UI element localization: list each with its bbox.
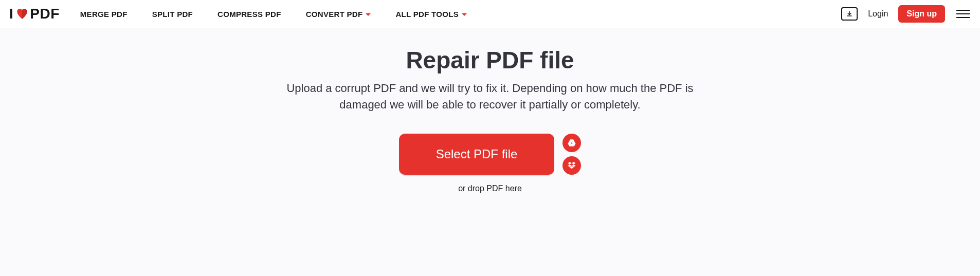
google-drive-icon (567, 138, 576, 148)
dropbox-icon (567, 161, 576, 170)
login-link[interactable]: Login (868, 9, 888, 19)
dropbox-button[interactable] (562, 156, 581, 175)
heart-icon (15, 7, 29, 21)
upload-area: Select PDF file (399, 134, 582, 175)
chevron-down-icon (366, 13, 371, 16)
signup-button[interactable]: Sign up (898, 5, 945, 23)
page-title: Repair PDF file (0, 46, 980, 74)
logo[interactable]: I PDF (9, 6, 60, 22)
hamburger-line (956, 13, 970, 14)
navbar: I PDF MERGE PDF SPLIT PDF COMPRESS PDF C… (0, 0, 980, 28)
drop-hint: or drop PDF here (0, 184, 980, 193)
nav-links: MERGE PDF SPLIT PDF COMPRESS PDF CONVERT… (80, 10, 467, 19)
nav-convert-label: CONVERT PDF (306, 10, 363, 19)
select-file-button[interactable]: Select PDF file (399, 134, 555, 175)
nav-convert[interactable]: CONVERT PDF (306, 10, 371, 19)
nav-merge[interactable]: MERGE PDF (80, 10, 128, 19)
download-icon (846, 10, 853, 17)
logo-text: I PDF (9, 6, 60, 22)
main-content: Repair PDF file Upload a corrupt PDF and… (0, 28, 980, 193)
logo-prefix: I (9, 6, 13, 22)
menu-button[interactable] (955, 9, 971, 19)
chevron-down-icon (462, 13, 467, 16)
google-drive-button[interactable] (562, 134, 581, 152)
hamburger-line (956, 17, 970, 18)
nav-compress[interactable]: COMPRESS PDF (217, 10, 281, 19)
nav-right: Login Sign up (841, 5, 971, 23)
logo-suffix: PDF (30, 6, 60, 22)
hamburger-line (956, 10, 970, 11)
download-desktop-button[interactable] (841, 7, 858, 21)
page-subtitle: Upload a corrupt PDF and we will try to … (279, 80, 701, 113)
cloud-buttons (562, 134, 581, 175)
nav-all-tools[interactable]: ALL PDF TOOLS (395, 10, 467, 19)
nav-all-tools-label: ALL PDF TOOLS (395, 10, 459, 19)
nav-split[interactable]: SPLIT PDF (152, 10, 193, 19)
